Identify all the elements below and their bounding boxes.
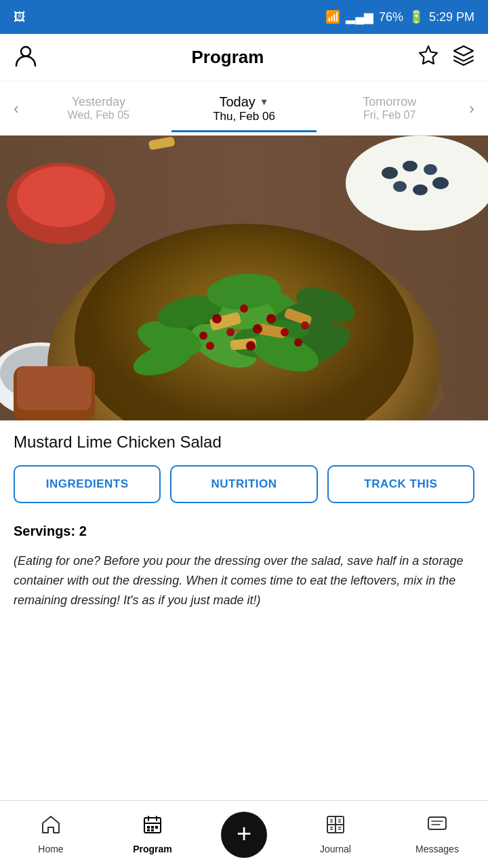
status-bar-right: 📶 ▂▄▆ 76% 🔋 5:29 PM bbox=[325, 9, 474, 24]
recipe-note: (Eating for one? Before you pour the dre… bbox=[14, 551, 474, 610]
today-label: Today ▼ bbox=[175, 94, 314, 110]
servings-label: Servings: 2 bbox=[14, 524, 474, 539]
date-today[interactable]: Today ▼ Thu, Feb 06 bbox=[171, 87, 317, 132]
photo-icon: 🖼 bbox=[14, 10, 26, 24]
svg-rect-52 bbox=[147, 826, 150, 829]
action-buttons: INGREDIENTS NUTRITION TRACK THIS bbox=[0, 458, 488, 517]
svg-point-41 bbox=[199, 332, 207, 340]
top-nav: Program bbox=[0, 34, 488, 81]
bottom-nav: Home Program + bbox=[0, 800, 488, 868]
svg-point-9 bbox=[403, 161, 418, 172]
prev-arrow[interactable]: ‹ bbox=[7, 92, 26, 125]
journal-label: Journal bbox=[320, 844, 351, 854]
recipe-title: Mustard Lime Chicken Salad bbox=[0, 420, 488, 458]
svg-rect-56 bbox=[151, 829, 154, 831]
svg-point-8 bbox=[382, 167, 398, 179]
signal-icon: ▂▄▆ bbox=[346, 9, 373, 24]
svg-point-0 bbox=[21, 47, 30, 56]
home-label: Home bbox=[38, 844, 63, 854]
plus-icon: + bbox=[237, 821, 251, 846]
svg-rect-55 bbox=[147, 829, 150, 831]
wifi-icon: 📶 bbox=[325, 9, 340, 24]
svg-point-11 bbox=[432, 177, 449, 189]
svg-rect-53 bbox=[151, 826, 154, 829]
svg-point-13 bbox=[393, 181, 407, 192]
home-icon bbox=[41, 814, 61, 840]
svg-point-40 bbox=[281, 328, 289, 336]
svg-point-45 bbox=[294, 338, 302, 347]
svg-point-4 bbox=[17, 166, 105, 227]
page-title: Program bbox=[192, 47, 264, 68]
today-date: Thu, Feb 06 bbox=[175, 110, 314, 123]
svg-point-12 bbox=[413, 184, 428, 195]
add-button[interactable]: + bbox=[221, 812, 267, 858]
svg-point-43 bbox=[246, 341, 256, 351]
date-tomorrow[interactable]: Tomorrow Fri, Feb 07 bbox=[317, 88, 462, 128]
journal-icon bbox=[325, 814, 346, 840]
program-label: Program bbox=[133, 844, 172, 854]
time-display: 5:29 PM bbox=[429, 10, 474, 24]
status-bar: 🖼 📶 ▂▄▆ 76% 🔋 5:29 PM bbox=[0, 0, 488, 34]
ingredients-button[interactable]: INGREDIENTS bbox=[14, 465, 161, 503]
svg-rect-68 bbox=[428, 817, 446, 829]
battery-text: 76% bbox=[379, 10, 403, 24]
status-bar-left: 🖼 bbox=[14, 10, 26, 24]
nav-home[interactable]: Home bbox=[0, 801, 102, 868]
profile-icon[interactable] bbox=[14, 43, 38, 72]
svg-point-37 bbox=[266, 314, 276, 323]
messages-icon bbox=[427, 814, 447, 840]
messages-label: Messages bbox=[415, 844, 459, 854]
date-selector: ‹ Yesterday Wed, Feb 05 Today ▼ Thu, Feb… bbox=[0, 81, 488, 136]
nutrition-button[interactable]: NUTRITION bbox=[170, 465, 317, 503]
tomorrow-date: Fri, Feb 07 bbox=[320, 109, 459, 121]
nav-journal[interactable]: Journal bbox=[285, 801, 386, 868]
star-icon[interactable] bbox=[418, 44, 439, 71]
food-image bbox=[0, 136, 488, 420]
svg-point-38 bbox=[226, 328, 235, 336]
svg-point-44 bbox=[206, 342, 214, 350]
svg-point-42 bbox=[301, 321, 309, 330]
tomorrow-label: Tomorrow bbox=[320, 95, 459, 109]
content-area: Servings: 2 (Eating for one? Before you … bbox=[0, 517, 488, 623]
nav-add[interactable]: + bbox=[203, 801, 285, 868]
track-this-button[interactable]: TRACK THIS bbox=[327, 465, 474, 503]
dropdown-arrow-icon: ▼ bbox=[260, 96, 269, 107]
layers-icon[interactable] bbox=[453, 44, 474, 71]
svg-point-35 bbox=[212, 314, 222, 323]
program-icon bbox=[142, 814, 163, 840]
yesterday-date: Wed, Feb 05 bbox=[29, 109, 168, 121]
nav-program[interactable]: Program bbox=[102, 801, 203, 868]
next-arrow[interactable]: › bbox=[462, 92, 481, 125]
svg-point-7 bbox=[346, 136, 488, 231]
svg-rect-47 bbox=[17, 366, 92, 410]
svg-point-39 bbox=[253, 324, 262, 334]
svg-point-36 bbox=[240, 304, 248, 313]
svg-rect-54 bbox=[155, 826, 158, 829]
battery-icon: 🔋 bbox=[409, 9, 424, 24]
date-yesterday[interactable]: Yesterday Wed, Feb 05 bbox=[26, 88, 171, 128]
svg-point-10 bbox=[424, 164, 437, 175]
nav-messages[interactable]: Messages bbox=[386, 801, 488, 868]
yesterday-label: Yesterday bbox=[29, 95, 168, 109]
